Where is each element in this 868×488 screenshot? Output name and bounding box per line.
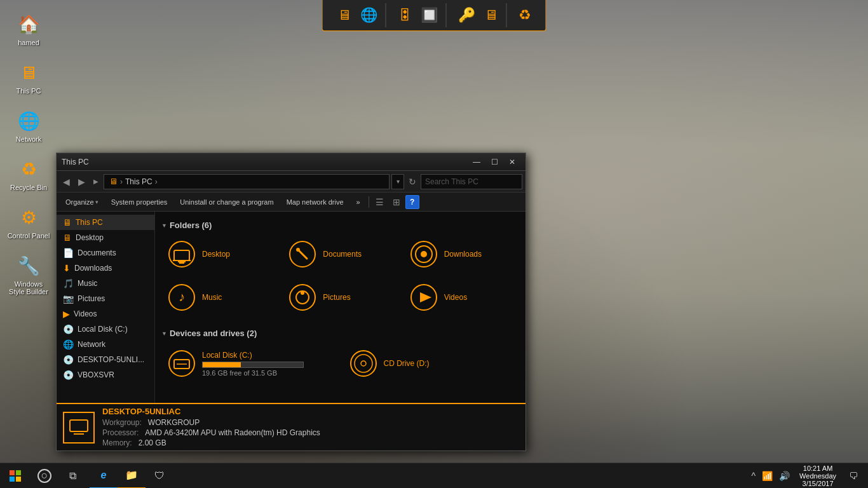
desktop-icon-control-panel[interactable]: ⚙ Control Panel [3, 200, 54, 245]
taskbar-explorer-button[interactable]: 📁 [118, 463, 146, 489]
sidebar-icon-music: 🎵 [63, 278, 74, 288]
sidebar-item-network[interactable]: 🌐 Network [57, 337, 154, 352]
controls-icon[interactable]: 🎛 [395, 6, 415, 25]
notification-button[interactable]: 🗨 [844, 463, 863, 489]
clock-day: Wednesday [799, 472, 836, 480]
minimize-button[interactable]: — [468, 156, 485, 168]
search-box[interactable]: Search This PC [421, 174, 522, 189]
folders-section-header: Folders (6) [161, 218, 519, 235]
back-button[interactable]: ◀ [60, 175, 73, 189]
map-network-button[interactable]: Map network drive [281, 195, 349, 209]
key-icon[interactable]: 🔑 [455, 6, 478, 25]
drives-grid: Local Disk (C:) 19.6 GB free of 31.5 GB [161, 343, 519, 386]
organize-button[interactable]: Organize ▾ [60, 195, 104, 209]
sidebar-icon-pictures: 📷 [63, 294, 74, 304]
address-dropdown[interactable]: ▾ [391, 174, 404, 189]
search-button[interactable]: ○ [31, 463, 58, 489]
sidebar-icon-downloads: ⬇ [63, 263, 71, 273]
drive-bar-container-c [202, 362, 304, 368]
folder-icon-documents [287, 239, 318, 269]
file-area: Folders (6) [155, 212, 526, 403]
sidebar-item-documents[interactable]: 📄 Documents [57, 245, 154, 261]
folder-item-music[interactable]: ♪ Music [161, 278, 277, 316]
sidebar-label-desktop5unli: DESKTOP-5UNLI... [78, 355, 144, 364]
drive-item-c[interactable]: Local Disk (C:) 19.6 GB free of 31.5 GB [161, 343, 338, 384]
refresh-button[interactable]: ↻ [406, 175, 419, 188]
drives-section-header: Devices and drives (2) [161, 326, 519, 343]
taskbar-edge-button[interactable]: e [90, 463, 118, 489]
drive-info-d: CD Drive (D:) [384, 359, 430, 368]
svg-point-18 [169, 351, 194, 376]
this-pc-icon: 🖥 [16, 60, 41, 85]
sidebar-item-local-disk[interactable]: 💿 Local Disk (C:) [57, 322, 154, 337]
svg-text:♪: ♪ [179, 290, 185, 304]
addressbar: ◀ ▶ ▶ 🖥 › This PC › ▾ ↻ Search This PC [57, 171, 526, 193]
sidebar-icon-desktop: 🖥 [63, 233, 72, 243]
task-view-button[interactable]: ⧉ [58, 463, 86, 489]
sidebar-label-desktop: Desktop [76, 233, 104, 242]
drive-name-c: Local Disk (C:) [202, 351, 304, 360]
desktop-icon-wsb[interactable]: 🔧 Windows Style Builder [3, 248, 54, 301]
taskbar-security-button[interactable]: 🛡 [146, 463, 173, 489]
start-button[interactable] [0, 463, 31, 489]
uninstall-button[interactable]: Uninstall or change a program [174, 195, 279, 209]
recycle-icon[interactable]: ♻ [515, 6, 534, 25]
globe-icon[interactable]: 🌐 [357, 6, 381, 25]
desktop-icon-network[interactable]: 🌐 Network [3, 103, 54, 148]
sidebar-item-music[interactable]: 🎵 Music [57, 276, 154, 291]
folder-item-documents[interactable]: Documents [282, 235, 398, 273]
svg-rect-1 [174, 250, 189, 261]
toolbar-separator [369, 196, 369, 208]
view-tiles-button[interactable]: ⊞ [389, 195, 404, 209]
drive-item-d[interactable]: CD Drive (D:) [343, 343, 520, 384]
drive-icon-d [348, 348, 379, 379]
tray-chevron[interactable]: ^ [750, 470, 758, 482]
monitor-icon[interactable]: 🖥 [481, 6, 501, 25]
drive-info-c: Local Disk (C:) 19.6 GB free of 31.5 GB [202, 351, 304, 377]
desktop: 🖥 🌐 🎛 🔲 🔑 🖥 ♻ 🏠 hamed 🖥 This PC 🌐 Networ… [0, 0, 868, 488]
grid-icon[interactable]: 🔲 [417, 6, 441, 25]
tray-network-icon[interactable]: 📶 [760, 470, 775, 482]
desktop-icon-recycle-bin[interactable]: ♻ Recycle Bin [3, 151, 54, 196]
system-properties-button[interactable]: System properties [105, 195, 173, 209]
desktop-icon-this-pc[interactable]: 🖥 This PC [3, 55, 54, 100]
path-text: This PC [125, 177, 153, 186]
forward-button[interactable]: ▶ [75, 175, 88, 189]
sidebar-item-downloads[interactable]: ⬇ Downloads [57, 261, 154, 276]
up-button[interactable]: ▶ [90, 176, 102, 187]
more-button[interactable]: » [351, 195, 366, 209]
clock[interactable]: 10:21 AM Wednesday 3/15/2017 [794, 464, 841, 487]
sidebar-item-pictures[interactable]: 📷 Pictures [57, 291, 154, 306]
edge-icon: e [101, 470, 107, 481]
sidebar-item-this-pc[interactable]: 🖥 This PC [57, 215, 154, 230]
pc-icon[interactable]: 🖥 [334, 6, 355, 25]
folder-item-downloads[interactable]: Downloads [403, 235, 519, 273]
sidebar-label-pictures: Pictures [78, 294, 105, 303]
folder-item-pictures[interactable]: Pictures [282, 278, 398, 316]
recycle-bin-icon: ♻ [16, 156, 41, 182]
svg-point-15 [301, 291, 304, 295]
maximize-button[interactable]: ☐ [486, 156, 503, 168]
folder-name-downloads: Downloads [444, 250, 482, 259]
sidebar-item-desktop[interactable]: 🖥 Desktop [57, 230, 154, 245]
folder-item-videos[interactable]: Videos [403, 278, 519, 316]
folder-icon-music: ♪ [166, 282, 197, 313]
desktop-icon-hamed[interactable]: 🏠 hamed [3, 6, 54, 51]
folder-item-desktop[interactable]: Desktop [161, 235, 277, 273]
sidebar-item-vboxsvr[interactable]: 💿 VBOXSVR [57, 367, 154, 383]
sidebar-item-videos[interactable]: ▶ Videos [57, 306, 154, 322]
folder-name-music: Music [202, 293, 222, 302]
taskbar: ○ ⧉ e 📁 🛡 ^ 📶 🔊 10:21 AM Wednesday 3/15/… [0, 463, 868, 488]
svg-rect-29 [10, 477, 15, 482]
help-button[interactable]: ? [405, 195, 419, 209]
titlebar-title: This PC [62, 158, 89, 166]
sidebar-label-network: Network [78, 340, 105, 349]
sidebar-item-desktop5unli[interactable]: 💿 DESKTOP-5UNLI... [57, 352, 154, 367]
close-button[interactable]: ✕ [504, 156, 520, 168]
folder-icon-videos [409, 282, 439, 313]
address-path[interactable]: 🖥 › This PC › [104, 174, 390, 189]
clock-time: 10:21 AM [803, 464, 832, 472]
tray-volume-icon[interactable]: 🔊 [777, 470, 792, 482]
drive-bar-c [203, 362, 241, 367]
view-details-button[interactable]: ☰ [372, 195, 388, 209]
